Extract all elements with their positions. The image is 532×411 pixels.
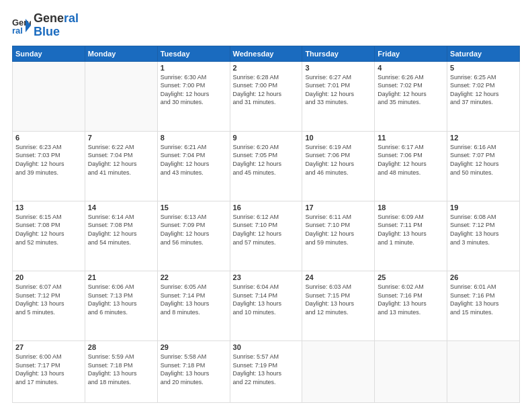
day-info: Sunrise: 6:23 AM Sunset: 7:03 PM Dayligh… bbox=[15, 143, 82, 177]
calendar-cell: 19Sunrise: 6:08 AM Sunset: 7:12 PM Dayli… bbox=[447, 201, 520, 271]
logo: Gene ral General Blue bbox=[12, 12, 79, 39]
calendar-cell bbox=[375, 341, 447, 403]
day-number: 30 bbox=[233, 343, 300, 351]
calendar-cell: 28Sunrise: 5:59 AM Sunset: 7:18 PM Dayli… bbox=[85, 341, 157, 403]
calendar-cell: 4Sunrise: 6:26 AM Sunset: 7:02 PM Daylig… bbox=[375, 61, 447, 131]
calendar-cell: 14Sunrise: 6:14 AM Sunset: 7:08 PM Dayli… bbox=[85, 201, 157, 271]
day-number: 4 bbox=[378, 64, 444, 72]
day-number: 8 bbox=[161, 134, 227, 142]
day-info: Sunrise: 6:30 AM Sunset: 7:00 PM Dayligh… bbox=[161, 73, 227, 107]
calendar-week-row: 6Sunrise: 6:23 AM Sunset: 7:03 PM Daylig… bbox=[13, 131, 520, 201]
day-number: 13 bbox=[15, 203, 82, 212]
calendar-cell: 26Sunrise: 6:01 AM Sunset: 7:16 PM Dayli… bbox=[447, 271, 520, 340]
calendar-cell: 9Sunrise: 6:20 AM Sunset: 7:05 PM Daylig… bbox=[230, 131, 302, 201]
logo-subtext: Blue bbox=[34, 26, 79, 39]
day-info: Sunrise: 6:08 AM Sunset: 7:12 PM Dayligh… bbox=[450, 213, 517, 246]
day-number: 6 bbox=[15, 134, 82, 142]
day-info: Sunrise: 6:13 AM Sunset: 7:09 PM Dayligh… bbox=[161, 213, 227, 246]
calendar-cell: 10Sunrise: 6:19 AM Sunset: 7:06 PM Dayli… bbox=[302, 131, 375, 201]
day-info: Sunrise: 6:17 AM Sunset: 7:06 PM Dayligh… bbox=[378, 143, 444, 177]
day-info: Sunrise: 6:25 AM Sunset: 7:02 PM Dayligh… bbox=[450, 73, 517, 107]
calendar-cell: 12Sunrise: 6:16 AM Sunset: 7:07 PM Dayli… bbox=[447, 131, 520, 201]
calendar-cell: 1Sunrise: 6:30 AM Sunset: 7:00 PM Daylig… bbox=[157, 61, 230, 131]
day-number: 26 bbox=[450, 273, 517, 281]
day-info: Sunrise: 6:02 AM Sunset: 7:16 PM Dayligh… bbox=[378, 283, 444, 316]
day-info: Sunrise: 5:59 AM Sunset: 7:18 PM Dayligh… bbox=[88, 353, 154, 386]
day-info: Sunrise: 6:22 AM Sunset: 7:04 PM Dayligh… bbox=[88, 143, 154, 177]
day-number: 15 bbox=[161, 203, 227, 212]
day-number: 14 bbox=[88, 203, 154, 212]
day-number: 3 bbox=[305, 64, 371, 72]
day-number: 17 bbox=[305, 203, 371, 212]
calendar-week-row: 20Sunrise: 6:07 AM Sunset: 7:12 PM Dayli… bbox=[13, 271, 520, 340]
header: Gene ral General Blue bbox=[12, 12, 520, 39]
logo-text: General bbox=[34, 12, 79, 26]
calendar-cell: 30Sunrise: 5:57 AM Sunset: 7:19 PM Dayli… bbox=[230, 341, 302, 403]
day-info: Sunrise: 6:05 AM Sunset: 7:14 PM Dayligh… bbox=[161, 283, 227, 316]
weekday-friday: Friday bbox=[375, 46, 447, 61]
calendar-cell: 5Sunrise: 6:25 AM Sunset: 7:02 PM Daylig… bbox=[447, 61, 520, 131]
calendar-cell: 29Sunrise: 5:58 AM Sunset: 7:18 PM Dayli… bbox=[157, 341, 230, 403]
calendar-cell: 6Sunrise: 6:23 AM Sunset: 7:03 PM Daylig… bbox=[13, 131, 85, 201]
calendar-week-row: 27Sunrise: 6:00 AM Sunset: 7:17 PM Dayli… bbox=[13, 341, 520, 403]
page: Gene ral General Blue SundayMondayTuesda… bbox=[0, 0, 532, 411]
day-info: Sunrise: 6:00 AM Sunset: 7:17 PM Dayligh… bbox=[15, 353, 82, 386]
day-info: Sunrise: 6:21 AM Sunset: 7:04 PM Dayligh… bbox=[161, 143, 227, 177]
calendar-cell: 18Sunrise: 6:09 AM Sunset: 7:11 PM Dayli… bbox=[375, 201, 447, 271]
day-info: Sunrise: 6:06 AM Sunset: 7:13 PM Dayligh… bbox=[88, 283, 154, 316]
day-info: Sunrise: 6:12 AM Sunset: 7:10 PM Dayligh… bbox=[233, 213, 300, 246]
calendar-table: SundayMondayTuesdayWednesdayThursdayFrid… bbox=[12, 46, 520, 403]
svg-text:ral: ral bbox=[12, 26, 23, 35]
day-number: 27 bbox=[15, 343, 82, 351]
calendar-cell: 11Sunrise: 6:17 AM Sunset: 7:06 PM Dayli… bbox=[375, 131, 447, 201]
day-number: 1 bbox=[161, 64, 227, 72]
day-number: 23 bbox=[233, 273, 300, 281]
calendar-cell: 8Sunrise: 6:21 AM Sunset: 7:04 PM Daylig… bbox=[157, 131, 230, 201]
day-number: 21 bbox=[88, 273, 154, 281]
day-info: Sunrise: 6:19 AM Sunset: 7:06 PM Dayligh… bbox=[305, 143, 371, 177]
calendar-cell bbox=[85, 61, 157, 131]
day-info: Sunrise: 5:58 AM Sunset: 7:18 PM Dayligh… bbox=[161, 353, 227, 386]
day-number: 20 bbox=[15, 273, 82, 281]
day-info: Sunrise: 6:01 AM Sunset: 7:16 PM Dayligh… bbox=[450, 283, 517, 316]
day-number: 12 bbox=[450, 134, 517, 142]
day-info: Sunrise: 5:57 AM Sunset: 7:19 PM Dayligh… bbox=[233, 353, 300, 386]
logo-icon: Gene ral bbox=[12, 16, 31, 35]
weekday-wednesday: Wednesday bbox=[230, 46, 302, 61]
day-info: Sunrise: 6:04 AM Sunset: 7:14 PM Dayligh… bbox=[233, 283, 300, 316]
day-info: Sunrise: 6:16 AM Sunset: 7:07 PM Dayligh… bbox=[450, 143, 517, 177]
day-info: Sunrise: 6:20 AM Sunset: 7:05 PM Dayligh… bbox=[233, 143, 300, 177]
day-info: Sunrise: 6:11 AM Sunset: 7:10 PM Dayligh… bbox=[305, 213, 371, 246]
day-number: 18 bbox=[378, 203, 444, 212]
weekday-tuesday: Tuesday bbox=[157, 46, 230, 61]
weekday-header-row: SundayMondayTuesdayWednesdayThursdayFrid… bbox=[13, 46, 520, 61]
day-number: 25 bbox=[378, 273, 444, 281]
calendar-cell: 15Sunrise: 6:13 AM Sunset: 7:09 PM Dayli… bbox=[157, 201, 230, 271]
calendar-cell: 23Sunrise: 6:04 AM Sunset: 7:14 PM Dayli… bbox=[230, 271, 302, 340]
day-number: 28 bbox=[88, 343, 154, 351]
calendar-cell: 7Sunrise: 6:22 AM Sunset: 7:04 PM Daylig… bbox=[85, 131, 157, 201]
calendar-cell: 24Sunrise: 6:03 AM Sunset: 7:15 PM Dayli… bbox=[302, 271, 375, 340]
weekday-monday: Monday bbox=[85, 46, 157, 61]
day-number: 19 bbox=[450, 203, 517, 212]
weekday-sunday: Sunday bbox=[13, 46, 85, 61]
calendar-cell bbox=[302, 341, 375, 403]
calendar-cell: 21Sunrise: 6:06 AM Sunset: 7:13 PM Dayli… bbox=[85, 271, 157, 340]
day-info: Sunrise: 6:15 AM Sunset: 7:08 PM Dayligh… bbox=[15, 213, 82, 246]
day-number: 7 bbox=[88, 134, 154, 142]
day-number: 16 bbox=[233, 203, 300, 212]
day-info: Sunrise: 6:14 AM Sunset: 7:08 PM Dayligh… bbox=[88, 213, 154, 246]
day-number: 9 bbox=[233, 134, 300, 142]
calendar-cell: 25Sunrise: 6:02 AM Sunset: 7:16 PM Dayli… bbox=[375, 271, 447, 340]
calendar-week-row: 1Sunrise: 6:30 AM Sunset: 7:00 PM Daylig… bbox=[13, 61, 520, 131]
calendar-cell: 16Sunrise: 6:12 AM Sunset: 7:10 PM Dayli… bbox=[230, 201, 302, 271]
day-number: 2 bbox=[233, 64, 300, 72]
day-number: 10 bbox=[305, 134, 371, 142]
weekday-thursday: Thursday bbox=[302, 46, 375, 61]
calendar-cell bbox=[13, 61, 85, 131]
day-info: Sunrise: 6:07 AM Sunset: 7:12 PM Dayligh… bbox=[15, 283, 82, 316]
calendar-cell: 2Sunrise: 6:28 AM Sunset: 7:00 PM Daylig… bbox=[230, 61, 302, 131]
calendar-week-row: 13Sunrise: 6:15 AM Sunset: 7:08 PM Dayli… bbox=[13, 201, 520, 271]
calendar-cell: 3Sunrise: 6:27 AM Sunset: 7:01 PM Daylig… bbox=[302, 61, 375, 131]
day-info: Sunrise: 6:09 AM Sunset: 7:11 PM Dayligh… bbox=[378, 213, 444, 246]
